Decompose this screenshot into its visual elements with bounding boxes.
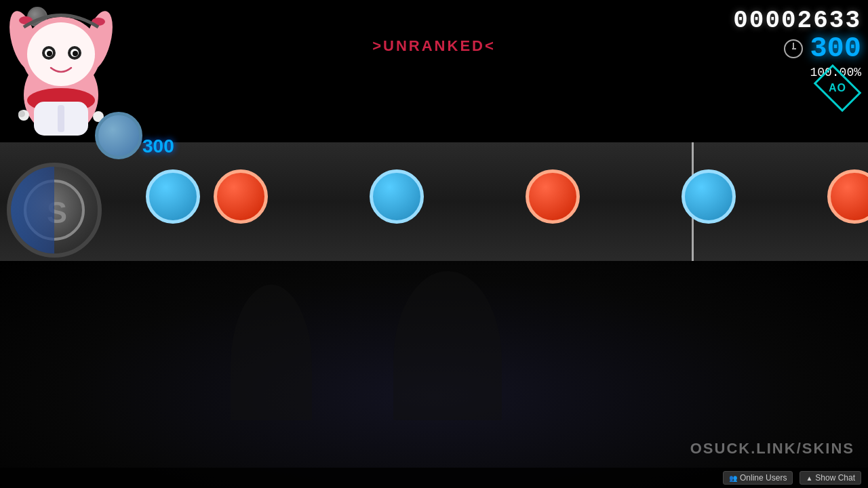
note-1-blue bbox=[146, 169, 200, 224]
online-users-label: Online Users bbox=[740, 473, 787, 483]
score-display: 00002633 bbox=[733, 7, 861, 35]
show-chat-label: Show Chat bbox=[815, 473, 855, 483]
ao-badge-text: AO bbox=[829, 82, 846, 94]
drum-spinner: S bbox=[7, 163, 102, 258]
svg-point-6 bbox=[27, 22, 95, 86]
show-chat-button[interactable]: ▲ Show Chat bbox=[800, 471, 861, 485]
svg-point-12 bbox=[73, 51, 78, 56]
users-icon: 👥 bbox=[729, 474, 737, 482]
note-2-red bbox=[214, 169, 268, 224]
svg-point-17 bbox=[18, 110, 25, 117]
watermark: OSUCK.LINK/SKINS bbox=[690, 440, 854, 458]
note-3-blue bbox=[370, 169, 424, 224]
clock-icon bbox=[784, 39, 803, 58]
online-users-button[interactable]: 👥 Online Users bbox=[723, 471, 793, 485]
note-5-blue bbox=[682, 169, 736, 224]
svg-rect-15 bbox=[58, 105, 64, 132]
drum-left-half bbox=[11, 167, 54, 253]
score-popup: 300 bbox=[142, 136, 174, 157]
held-drum-circle bbox=[95, 112, 142, 159]
svg-point-11 bbox=[47, 51, 52, 56]
bottom-bar: 👥 Online Users ▲ Show Chat bbox=[0, 468, 868, 488]
score-number: 00002633 bbox=[733, 7, 861, 35]
chat-arrow-icon: ▲ bbox=[806, 474, 812, 482]
score-row: 300 bbox=[784, 33, 861, 65]
hit-value-display: 300 bbox=[810, 33, 861, 65]
note-4-red bbox=[526, 169, 580, 224]
notes-container bbox=[108, 156, 868, 237]
drum-area: S bbox=[0, 156, 108, 264]
note-6-red bbox=[827, 169, 868, 224]
unranked-label: >UNRANKED< bbox=[372, 37, 496, 55]
